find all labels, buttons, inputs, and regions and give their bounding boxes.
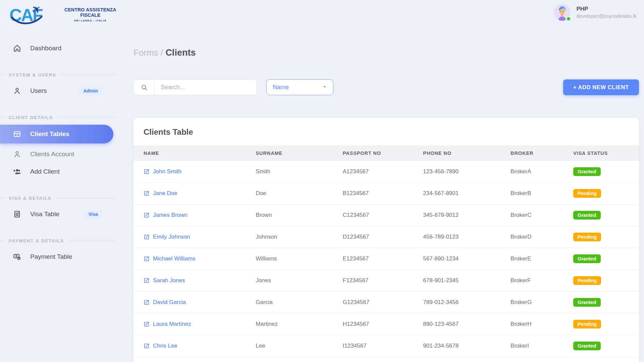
logo-tagline: SRI LANKA - ITALIA: [64, 19, 116, 22]
client-phone-no: 901-234-5678: [413, 335, 500, 357]
clients-table-card: Clients Table NAME SURNAME PASSPORT NO P…: [133, 118, 639, 362]
visa-status-badge: Pending: [573, 189, 601, 198]
person-icon: [13, 86, 21, 95]
sidebar-item-client-tables[interactable]: Client Tables: [0, 125, 113, 143]
client-name: Jane Doe: [153, 190, 177, 197]
client-name: David Garcia: [153, 299, 186, 306]
client-name-link[interactable]: David Garcia: [144, 299, 246, 306]
breadcrumb-current: Clients: [165, 48, 196, 58]
client-phone-no: 890-123-4567: [413, 313, 500, 335]
breadcrumb-separator: /: [161, 48, 163, 58]
client-broker: BrokerI: [500, 335, 563, 357]
client-phone-no: 567-890-1234: [413, 248, 500, 270]
table-header-row: NAME SURNAME PASSPORT NO PHONE NO BROKER…: [133, 145, 639, 161]
client-surname: Martinez: [246, 313, 333, 335]
client-name-link[interactable]: Michael Williams: [144, 255, 246, 262]
clients-table-body: John Smith Smith A1234567 123-456-7890 B…: [133, 161, 639, 362]
main-content: Forms / Clients Name + ADD NEW CLIENT Cl…: [118, 0, 644, 362]
open-in-new-icon: [144, 234, 150, 240]
table-icon: [13, 130, 21, 138]
client-phone-no: 345-678-9012: [413, 204, 500, 226]
client-name: John Smith: [153, 168, 181, 175]
visa-status-badge: Granted: [573, 211, 601, 220]
filter-dropdown[interactable]: Name: [266, 79, 333, 95]
person-add-icon: [13, 167, 21, 176]
search-icon: [134, 80, 155, 95]
payments-icon: [13, 252, 21, 261]
sidebar-item-add-client[interactable]: Add Client: [0, 163, 118, 180]
client-passport-no: H1234567: [333, 313, 413, 335]
sidebar-item-label: Add Client: [30, 168, 60, 175]
client-passport-no: B1234567: [333, 183, 413, 204]
open-in-new-icon: [144, 299, 150, 305]
clients-table: NAME SURNAME PASSPORT NO PHONE NO BROKER…: [133, 145, 639, 362]
sidebar-item-clients-account[interactable]: Clients Account: [0, 145, 118, 163]
client-broker: BrokerJ: [500, 357, 563, 362]
sidebar-item-users[interactable]: Users Admin: [0, 82, 118, 100]
client-name-link[interactable]: John Smith: [144, 168, 246, 175]
open-in-new-icon: [144, 321, 150, 327]
visa-status-badge: Pending: [573, 276, 601, 285]
logo-text: CENTRO ASSISTENZA FISCALE SRI LANKA - IT…: [64, 7, 116, 22]
client-name-link[interactable]: Emily Johnson: [144, 234, 246, 240]
visa-status-badge: Granted: [573, 298, 601, 307]
client-name-link[interactable]: Chris Lee: [144, 343, 246, 349]
visa-status-badge: Pending: [573, 320, 601, 328]
toolbar: Name + ADD NEW CLIENT: [133, 79, 639, 95]
client-name: Sarah Jones: [153, 277, 185, 284]
sidebar-section-system-users: SYSTEM & USERS: [0, 72, 115, 77]
logo-mark: CAF ✈: [9, 5, 60, 27]
column-header-broker: BROKER: [500, 145, 563, 161]
sidebar-item-label: Clients Account: [30, 150, 74, 158]
visa-status-badge: Pending: [573, 233, 601, 241]
client-broker: BrokerC: [500, 204, 563, 226]
app-logo[interactable]: CAF ✈ CENTRO ASSISTENZA FISCALE SRI LANK…: [9, 5, 118, 28]
sidebar-section-payment-details: PAYMENT & DETAILS: [0, 238, 115, 243]
sidebar-item-visa-table[interactable]: Visa Table Visa: [0, 205, 118, 223]
sidebar-item-payment-table[interactable]: Payment Table: [0, 248, 118, 265]
logo-swoosh: [11, 16, 43, 26]
sidebar-item-dashboard[interactable]: Dashboard: [0, 40, 118, 57]
sidebar-section-client-details: CLIENT DETAILS: [0, 115, 115, 120]
client-surname: Smith: [246, 161, 333, 183]
table-row: Laura Martinez Martinez H1234567 890-123…: [133, 313, 639, 335]
client-passport-no: G1234567: [333, 292, 413, 313]
table-row: Sophia Kim Kim J1234567 012-345-6789 Bro…: [133, 357, 639, 362]
client-name-link[interactable]: Jane Doe: [144, 190, 246, 197]
table-row: John Smith Smith A1234567 123-456-7890 B…: [133, 161, 639, 183]
client-name: Emily Johnson: [153, 234, 190, 240]
search-box: [133, 79, 257, 95]
breadcrumb-section[interactable]: Forms: [133, 48, 158, 58]
filter-selected-value: Name: [273, 84, 289, 91]
visa-status-badge: Granted: [573, 167, 601, 176]
search-input[interactable]: [155, 80, 257, 95]
client-broker: BrokerD: [500, 226, 563, 248]
add-new-client-button[interactable]: + ADD NEW CLIENT: [563, 79, 639, 95]
client-surname: Lee: [246, 335, 333, 357]
sidebar-nav: Dashboard SYSTEM & USERS Users Admin CLI…: [0, 40, 118, 265]
client-surname: Garcia: [246, 292, 333, 313]
chevron-down-icon: [322, 84, 328, 91]
breadcrumb: Forms / Clients: [133, 48, 639, 58]
table-row: Chris Lee Lee I1234567 901-234-5678 Brok…: [133, 335, 639, 357]
column-header-name: NAME: [133, 145, 246, 161]
client-name-link[interactable]: Laura Martinez: [144, 321, 246, 327]
client-passport-no: A1234567: [333, 161, 413, 183]
logo-line1: CENTRO ASSISTENZA: [64, 7, 116, 12]
table-row: David Garcia Garcia G1234567 789-012-345…: [133, 292, 639, 313]
column-header-phone-no: PHONE NO: [413, 145, 500, 161]
client-name-link[interactable]: Sarah Jones: [144, 277, 246, 284]
column-header-visa-status: VISA STATUS: [563, 145, 639, 161]
client-surname: Johnson: [246, 226, 333, 248]
client-name-link[interactable]: James Brown: [144, 212, 246, 219]
open-in-new-icon: [144, 190, 150, 196]
client-name: James Brown: [153, 212, 187, 219]
client-name: Laura Martinez: [153, 321, 191, 327]
client-passport-no: C1234567: [333, 204, 413, 226]
column-header-surname: SURNAME: [246, 145, 333, 161]
sidebar-item-label: Users: [30, 87, 47, 95]
table-row: Michael Williams Williams E1234567 567-8…: [133, 248, 639, 270]
client-name: Chris Lee: [153, 343, 177, 349]
client-broker: BrokerH: [500, 313, 563, 335]
client-passport-no: J1234567: [333, 357, 413, 362]
